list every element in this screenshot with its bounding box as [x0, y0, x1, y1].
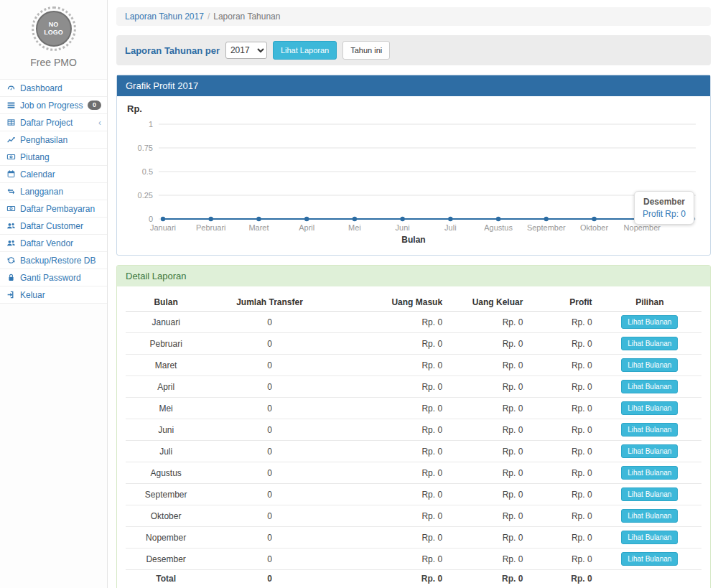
x-tick-label: September [527, 223, 566, 232]
table-row-juli: Juli0Rp. 0Rp. 0Rp. 0Lihat Bulanan [126, 441, 701, 462]
lihat-bulanan-button-maret[interactable]: Lihat Bulanan [621, 358, 678, 372]
chart-point-september[interactable] [544, 217, 549, 221]
sidebar-item-calendar[interactable]: Calendar [0, 166, 107, 183]
lihat-bulanan-button-mei[interactable]: Lihat Bulanan [621, 401, 678, 415]
cell-jumlah-transfer: 0 [206, 398, 332, 419]
column-header-pilihan: Pilihan [598, 294, 701, 312]
dashboard-icon [6, 83, 16, 93]
sidebar-item-ganti-password[interactable]: Ganti Password [0, 269, 107, 286]
cell-uang-masuk: Rp. 0 [333, 527, 448, 549]
cell-uang-masuk: Rp. 0 [333, 462, 448, 484]
table-row-mei: Mei0Rp. 0Rp. 0Rp. 0Lihat Bulanan [126, 398, 701, 419]
table-row-april: April0Rp. 0Rp. 0Rp. 0Lihat Bulanan [126, 376, 701, 398]
sidebar-menu: DashboardJob on Progress0Daftar Project‹… [0, 79, 107, 304]
sidebar-item-daftar-customer[interactable]: Daftar Customer [0, 218, 107, 235]
sidebar-item-daftar-pembayaran[interactable]: Daftar Pembayaran [0, 200, 107, 218]
table-row-september: September0Rp. 0Rp. 0Rp. 0Lihat Bulanan [126, 484, 701, 505]
cell-bulan: Agustus [126, 462, 206, 484]
lihat-bulanan-button-nopember[interactable]: Lihat Bulanan [621, 531, 678, 544]
lihat-bulanan-button-juni[interactable]: Lihat Bulanan [621, 423, 678, 437]
chart-point-januari[interactable] [161, 217, 165, 221]
cell-uang-keluar: Rp. 0 [448, 376, 528, 398]
sidebar-item-keluar[interactable]: Keluar [0, 286, 107, 304]
cell-jumlah-transfer: 0 [206, 505, 332, 527]
cell-bulan: Desember [126, 549, 206, 570]
chart-point-agustus[interactable] [496, 217, 500, 221]
lihat-bulanan-button-oktober[interactable]: Lihat Bulanan [621, 509, 678, 523]
sidebar-item-penghasilan[interactable]: Penghasilan [0, 131, 107, 149]
lihat-bulanan-button-januari[interactable]: Lihat Bulanan [621, 315, 678, 329]
table-row-pebruari: Pebruari0Rp. 0Rp. 0Rp. 0Lihat Bulanan [126, 333, 701, 355]
tooltip-value: Profit Rp: 0 [643, 209, 686, 219]
cell-pilihan: Lihat Bulanan [598, 549, 701, 570]
x-tick-label: Oktober [580, 223, 608, 232]
sidebar-item-dashboard[interactable]: Dashboard [0, 80, 107, 97]
cell-uang-masuk: Rp. 0 [333, 398, 448, 419]
chart-tooltip: Desember Profit Rp: 0 [634, 191, 694, 225]
sidebar-item-daftar-project[interactable]: Daftar Project‹ [0, 114, 107, 131]
sidebar-item-label: Job on Progress [20, 101, 83, 111]
lihat-bulanan-button-september[interactable]: Lihat Bulanan [621, 487, 678, 501]
lihat-bulanan-button-pebruari[interactable]: Lihat Bulanan [621, 337, 678, 350]
total-label: Total [126, 570, 206, 588]
year-select[interactable]: 2017 [225, 42, 267, 59]
calendar-icon [6, 169, 16, 179]
cell-bulan: Oktober [126, 505, 206, 527]
sidebar-item-job-on-progress[interactable]: Job on Progress0 [0, 97, 107, 114]
cell-uang-keluar: Rp. 0 [448, 505, 528, 527]
chart-point-mei[interactable] [353, 217, 357, 221]
cell-uang-masuk: Rp. 0 [333, 441, 448, 462]
chart-point-juli[interactable] [448, 217, 452, 221]
no-logo-badge: NO LOGO [32, 6, 76, 51]
cell-profit: Rp. 0 [528, 398, 597, 419]
cell-bulan: Pebruari [126, 333, 206, 355]
chart-point-juni[interactable] [400, 217, 404, 221]
cell-bulan: Januari [126, 312, 206, 333]
table-row-agustus: Agustus0Rp. 0Rp. 0Rp. 0Lihat Bulanan [126, 462, 701, 484]
cell-uang-masuk: Rp. 0 [333, 484, 448, 505]
chart-line-icon [6, 135, 16, 144]
column-header-profit: Profit [528, 294, 597, 312]
sidebar-item-backup-restore-db[interactable]: Backup/Restore DB [0, 252, 107, 269]
lihat-bulanan-button-april[interactable]: Lihat Bulanan [621, 380, 678, 393]
total-pilihan-empty [598, 570, 701, 588]
column-header-uang-masuk: Uang Masuk [333, 294, 448, 312]
x-tick-label: Maret [248, 223, 269, 232]
sidebar-item-langganan[interactable]: Langganan [0, 183, 107, 200]
tahun-ini-button[interactable]: Tahun ini [342, 41, 390, 60]
sign-out-icon [6, 290, 16, 299]
lihat-bulanan-button-agustus[interactable]: Lihat Bulanan [621, 466, 678, 480]
cell-pilihan: Lihat Bulanan [598, 333, 701, 355]
chart-point-oktober[interactable] [592, 217, 596, 221]
lihat-laporan-button[interactable]: Lihat Laporan [273, 41, 337, 60]
refresh-icon [6, 256, 16, 265]
chart-point-maret[interactable] [256, 217, 261, 221]
sidebar-item-label: Ganti Password [20, 273, 81, 283]
cell-pilihan: Lihat Bulanan [598, 462, 701, 484]
x-tick-label: Juni [396, 223, 410, 232]
sidebar-item-label: Daftar Project [20, 118, 73, 128]
lihat-bulanan-button-juli[interactable]: Lihat Bulanan [621, 444, 678, 458]
cell-jumlah-transfer: 0 [206, 312, 332, 333]
cell-uang-masuk: Rp. 0 [333, 355, 448, 376]
cell-bulan: September [126, 484, 206, 505]
chart-point-april[interactable] [304, 217, 309, 221]
cell-jumlah-transfer: 0 [206, 527, 332, 549]
sidebar-item-label: Backup/Restore DB [20, 256, 95, 266]
cell-pilihan: Lihat Bulanan [598, 484, 701, 505]
detail-laporan-panel: Detail Laporan BulanJumlah TransferUang … [116, 265, 711, 588]
sidebar: NO LOGO Free PMO DashboardJob on Progres… [0, 0, 108, 588]
cell-profit: Rp. 0 [528, 441, 597, 462]
sidebar-item-daftar-vendor[interactable]: Daftar Vendor [0, 235, 107, 252]
x-tick-label: Juli [444, 223, 457, 232]
table-row-nopember: Nopember0Rp. 0Rp. 0Rp. 0Lihat Bulanan [126, 527, 701, 549]
count-badge: 0 [88, 101, 101, 110]
chart-point-pebruari[interactable] [209, 217, 213, 221]
cell-uang-keluar: Rp. 0 [448, 549, 528, 570]
x-tick-label: Mei [348, 223, 361, 232]
sidebar-item-piutang[interactable]: Piutang [0, 149, 107, 166]
breadcrumb-link-laporan-tahun[interactable]: Laporan Tahun 2017 [125, 11, 204, 22]
cell-uang-keluar: Rp. 0 [448, 441, 528, 462]
cell-profit: Rp. 0 [528, 419, 597, 441]
lihat-bulanan-button-desember[interactable]: Lihat Bulanan [621, 552, 678, 566]
